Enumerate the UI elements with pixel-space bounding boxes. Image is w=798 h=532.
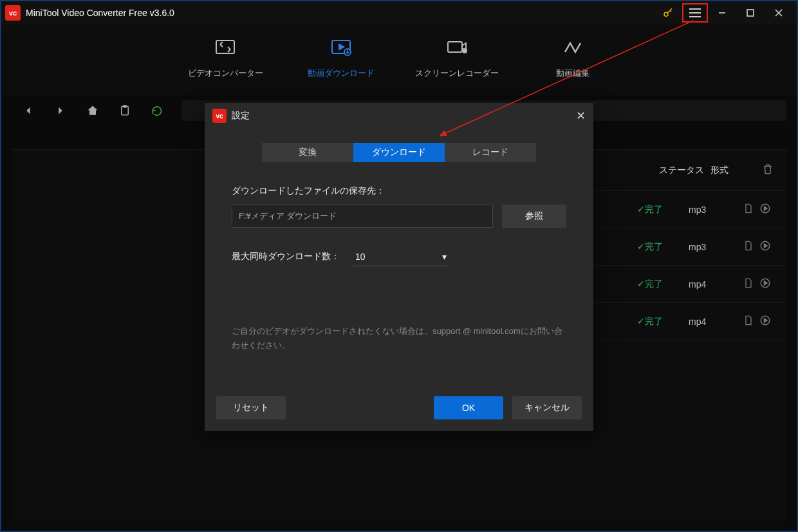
save-path-input[interactable] — [232, 205, 493, 228]
maximize-button[interactable] — [736, 4, 765, 22]
reset-button[interactable]: リセット — [216, 396, 286, 419]
settings-dialog: vc 設定 ✕ 変換 ダウンロード レコード ダウンロードしたファイルの保存先：… — [205, 103, 593, 431]
minimize-button[interactable] — [708, 4, 736, 22]
recorder-icon — [399, 34, 515, 60]
svg-rect-5 — [216, 41, 234, 53]
tab-record[interactable]: レコード — [445, 143, 536, 162]
file-icon[interactable] — [740, 203, 757, 216]
cancel-button[interactable]: キャンセル — [512, 396, 582, 419]
col-format: 形式 — [710, 165, 762, 176]
titlebar: vc MiniTool Video Converter Free v3.6.0 — [1, 1, 797, 24]
clipboard-button[interactable] — [117, 104, 133, 117]
svg-marker-7 — [339, 44, 344, 50]
settings-tabs: 変換 ダウンロード レコード — [205, 143, 593, 162]
svg-rect-2 — [747, 10, 754, 16]
close-button[interactable] — [765, 4, 793, 22]
max-downloads-select[interactable]: 10 ▾ — [353, 247, 449, 266]
max-downloads-label: 最大同時ダウンロード数： — [232, 251, 340, 262]
svg-marker-18 — [765, 281, 768, 285]
main-nav: ビデオコンバーター 動画ダウンロード スクリーンレコーダー 動画編集 — [1, 24, 797, 95]
home-button[interactable] — [85, 104, 100, 117]
nav-recorder[interactable]: スクリーンレコーダー — [399, 24, 515, 95]
play-icon[interactable] — [757, 203, 774, 216]
app-title: MiniTool Video Converter Free v3.6.0 — [26, 8, 174, 18]
file-icon[interactable] — [740, 277, 757, 291]
tab-download[interactable]: ダウンロード — [353, 143, 445, 162]
nav-converter[interactable]: ビデオコンバーター — [167, 24, 283, 95]
chevron-down-icon: ▾ — [442, 252, 447, 262]
app-logo: vc — [5, 5, 21, 21]
play-icon[interactable] — [757, 240, 774, 253]
svg-marker-14 — [765, 206, 768, 210]
svg-point-0 — [664, 12, 668, 16]
col-status: ステータス — [659, 165, 710, 176]
app-logo-small: vc — [212, 109, 227, 123]
nav-editor[interactable]: 動画編集 — [515, 24, 631, 95]
svg-rect-9 — [448, 42, 462, 52]
dialog-close-button[interactable]: ✕ — [576, 109, 586, 123]
trash-icon[interactable] — [762, 163, 774, 177]
play-icon[interactable] — [757, 315, 774, 328]
editor-icon — [515, 34, 631, 60]
menu-button[interactable] — [682, 3, 708, 23]
forward-button[interactable] — [53, 104, 68, 118]
dialog-titlebar: vc 設定 ✕ — [205, 103, 593, 129]
converter-icon — [167, 34, 283, 60]
download-icon — [283, 34, 399, 60]
support-note: ご自分のビデオがダウンロードされたくない場合は、support @ minito… — [232, 324, 566, 353]
nav-download[interactable]: 動画ダウンロード — [283, 24, 399, 95]
tab-convert[interactable]: 変換 — [262, 143, 353, 162]
browse-button[interactable]: 参照 — [502, 205, 566, 228]
save-path-label: ダウンロードしたファイルの保存先： — [232, 185, 566, 197]
file-icon[interactable] — [740, 315, 757, 328]
play-icon[interactable] — [757, 277, 774, 291]
app-window: vc MiniTool Video Converter Free v3.6.0 … — [0, 0, 798, 532]
svg-marker-20 — [765, 318, 768, 322]
dialog-title: 設定 — [232, 110, 250, 122]
back-button[interactable] — [21, 104, 36, 118]
svg-marker-16 — [765, 244, 768, 248]
ok-button[interactable]: OK — [434, 396, 503, 419]
key-icon[interactable] — [654, 4, 682, 22]
svg-point-10 — [463, 49, 467, 53]
file-icon[interactable] — [740, 240, 757, 253]
refresh-button[interactable] — [149, 104, 165, 117]
